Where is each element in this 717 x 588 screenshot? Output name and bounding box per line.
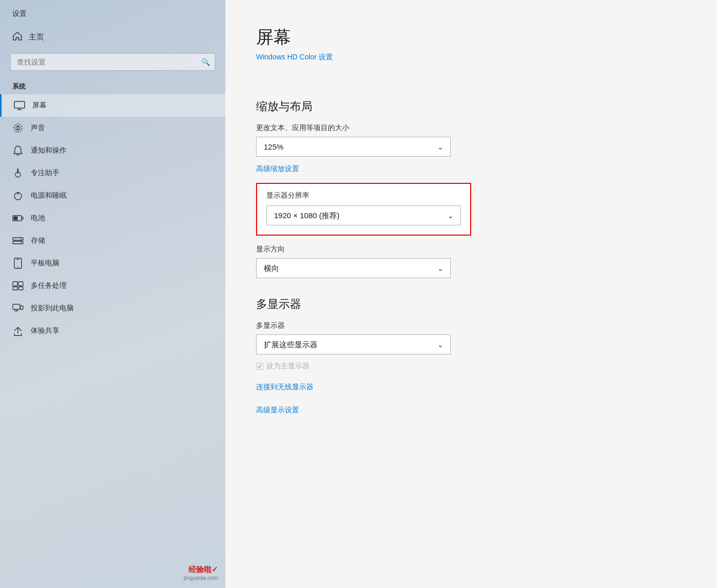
- notify-label: 通知和操作: [31, 146, 67, 155]
- scale-dropdown-wrapper: 125% ⌄: [256, 137, 451, 157]
- multi-display-dropdown[interactable]: 扩展这些显示器: [256, 334, 451, 354]
- sidebar-item-notify[interactable]: 通知和操作: [0, 139, 225, 162]
- scale-dropdown[interactable]: 125%: [256, 137, 451, 157]
- svg-rect-26: [20, 306, 23, 309]
- hd-color-link[interactable]: Windows HD Color 设置: [256, 53, 333, 62]
- primary-monitor-setting: 设为主显示器: [256, 362, 686, 371]
- search-input[interactable]: [10, 53, 215, 71]
- power-label: 电源和睡眠: [31, 191, 67, 200]
- storage-icon: [12, 235, 24, 246]
- svg-rect-22: [18, 282, 23, 286]
- svg-rect-0: [14, 101, 25, 108]
- multi-display-section-title: 多显示器: [256, 297, 686, 312]
- resolution-dropdown[interactable]: 1920 × 1080 (推荐): [266, 205, 461, 225]
- screen-label: 屏幕: [32, 101, 47, 110]
- wireless-display-link[interactable]: 连接到无线显示器: [256, 383, 313, 392]
- share-icon: [12, 325, 24, 337]
- sidebar-item-project[interactable]: 投影到此电脑: [0, 297, 225, 320]
- advanced-scale-link[interactable]: 高级缩放设置: [256, 164, 299, 174]
- resolution-label: 显示器分辨率: [266, 191, 461, 200]
- sound-label: 声音: [31, 123, 45, 133]
- resolution-section: 显示器分辨率 1920 × 1080 (推荐) ⌄: [256, 183, 471, 236]
- sidebar-item-screen[interactable]: 屏幕: [0, 94, 225, 117]
- home-icon: [12, 31, 23, 43]
- multi-display-dropdown-wrapper: 扩展这些显示器 ⌄: [256, 334, 451, 354]
- scale-label: 更改文本、应用等项目的大小: [256, 123, 686, 133]
- svg-rect-25: [13, 304, 20, 309]
- battery-label: 电池: [31, 214, 45, 223]
- storage-label: 存储: [31, 236, 45, 245]
- watermark-line1: 经验啦✓: [184, 565, 218, 575]
- main-content: 屏幕 Windows HD Color 设置 缩放与布局 更改文本、应用等项目的…: [225, 0, 717, 588]
- multitask-label: 多任务处理: [31, 281, 67, 290]
- tablet-icon: [12, 258, 24, 269]
- primary-monitor-label: 设为主显示器: [266, 362, 309, 371]
- multitask-icon: [12, 280, 24, 291]
- scale-section-title: 缩放与布局: [256, 99, 686, 114]
- svg-point-16: [20, 239, 22, 240]
- resolution-dropdown-wrapper: 1920 × 1080 (推荐) ⌄: [266, 205, 461, 225]
- svg-rect-10: [14, 217, 18, 220]
- sidebar-item-tablet[interactable]: 平板电脑: [0, 252, 225, 275]
- sidebar-item-storage[interactable]: 存储: [0, 229, 225, 252]
- primary-monitor-checkbox: [256, 363, 263, 370]
- sidebar-item-sound[interactable]: 声音: [0, 117, 225, 139]
- home-label: 主页: [29, 32, 44, 42]
- notify-icon: [12, 145, 24, 156]
- screen-icon: [14, 100, 25, 111]
- svg-point-19: [17, 267, 18, 268]
- project-icon: [12, 303, 24, 314]
- svg-rect-24: [18, 287, 23, 290]
- watermark: 经验啦✓ jingyanja.com: [184, 565, 218, 581]
- search-box: 🔍: [10, 53, 215, 71]
- share-label: 体验共享: [31, 326, 59, 335]
- page-title: 屏幕: [256, 26, 686, 49]
- watermark-line2: jingyanja.com: [184, 575, 218, 581]
- sidebar-item-share[interactable]: 体验共享: [0, 320, 225, 342]
- project-label: 投影到此电脑: [31, 304, 74, 313]
- sidebar-item-battery[interactable]: 电池: [0, 207, 225, 229]
- sidebar-item-power[interactable]: 电源和睡眠: [0, 184, 225, 207]
- svg-rect-21: [13, 282, 17, 286]
- search-button[interactable]: 🔍: [201, 58, 210, 66]
- settings-title: 设置: [0, 0, 225, 25]
- sidebar-home-item[interactable]: 主页: [0, 25, 225, 49]
- orientation-dropdown-wrapper: 横向 ⌄: [256, 258, 451, 278]
- orientation-label: 显示方向: [256, 245, 686, 254]
- power-icon: [12, 190, 24, 201]
- sidebar-item-multitask[interactable]: 多任务处理: [0, 275, 225, 297]
- sidebar: 设置 主页 🔍 系统 屏幕: [0, 0, 225, 588]
- battery-icon: [12, 213, 24, 224]
- focus-label: 专注助手: [31, 169, 59, 178]
- focus-icon: [12, 167, 24, 179]
- multi-display-label: 多显示器: [256, 321, 686, 330]
- system-section-title: 系统: [0, 79, 225, 94]
- sound-icon: [12, 122, 24, 134]
- svg-point-17: [20, 242, 22, 243]
- tablet-label: 平板电脑: [31, 259, 59, 268]
- sidebar-item-focus[interactable]: 专注助手: [0, 162, 225, 184]
- orientation-dropdown[interactable]: 横向: [256, 258, 451, 278]
- advanced-display-link[interactable]: 高级显示设置: [256, 406, 299, 415]
- svg-rect-23: [13, 287, 17, 290]
